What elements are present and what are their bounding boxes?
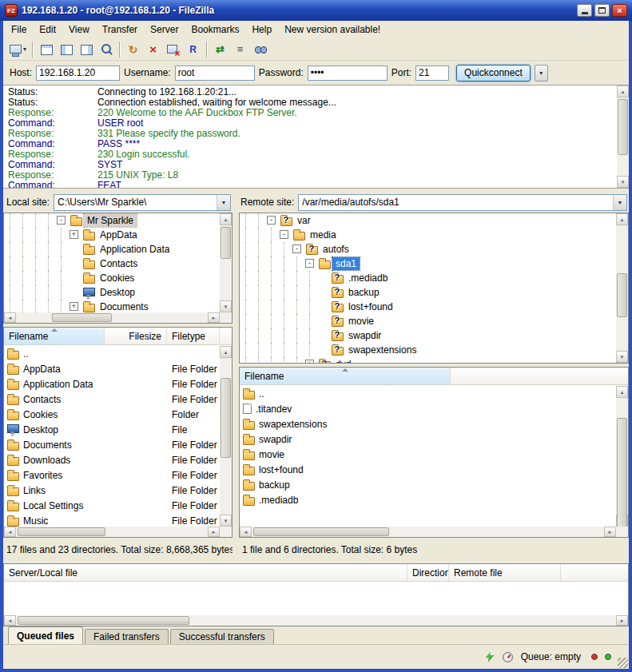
file-row[interactable]: .mediadb	[240, 492, 616, 507]
scroll-left-icon[interactable]: ◄	[4, 527, 16, 537]
toggle-remote-tree-button[interactable]	[77, 41, 95, 58]
column-header-filename[interactable]: Filename	[4, 328, 105, 344]
column-header-remote-file[interactable]: Remote file	[449, 564, 561, 581]
remote-tree-node[interactable]: movie	[240, 314, 616, 328]
file-row[interactable]: CookiesFolder	[4, 407, 220, 422]
title-bar[interactable]: FZ 192.168.1.20 - root@192.168.1.20 - Fi…	[0, 0, 632, 21]
file-row[interactable]: ContactsFile Folder	[4, 392, 220, 407]
local-pane-splitter[interactable]	[3, 324, 233, 327]
scrollbar-thumb[interactable]	[617, 273, 627, 317]
horizontal-scrollbar[interactable]: ◄►	[4, 312, 220, 323]
remote-tree-node[interactable]: backup	[240, 285, 616, 300]
quickconnect-dropdown-button[interactable]: ▼	[535, 65, 548, 82]
horizontal-scrollbar[interactable]: ◄►	[4, 615, 628, 626]
activity-gauge-icon[interactable]	[503, 652, 513, 662]
vertical-scrollbar[interactable]: ▲▼	[616, 213, 628, 363]
local-tree-node[interactable]: Application Data	[4, 242, 220, 256]
resize-grip[interactable]	[618, 658, 628, 668]
disconnect-button[interactable]	[164, 41, 182, 58]
file-row[interactable]: FavoritesFile Folder	[4, 467, 220, 483]
local-tree-node[interactable]: -Mr Sparkle	[4, 213, 220, 228]
scroll-up-icon[interactable]: ▲	[617, 85, 629, 97]
scroll-left-icon[interactable]: ◄	[4, 312, 16, 323]
chevron-down-icon[interactable]: ▼	[217, 195, 230, 210]
file-row[interactable]: swapdir	[240, 431, 616, 447]
vertical-scrollbar[interactable]: ▲▼	[617, 85, 629, 188]
file-row[interactable]: ..	[240, 386, 616, 401]
scroll-down-icon[interactable]: ▼	[220, 515, 232, 527]
expand-icon[interactable]: +	[70, 230, 78, 239]
local-tree-node[interactable]: +Documents	[4, 300, 220, 312]
scroll-up-icon[interactable]: ▲	[616, 213, 628, 225]
menu-item-new-version-available[interactable]: New version available!	[278, 22, 387, 38]
remote-tree-node[interactable]: swapdir	[240, 328, 616, 343]
file-row[interactable]: swapextensions	[240, 416, 616, 431]
scroll-left-icon[interactable]: ◄	[4, 615, 16, 626]
file-row[interactable]: Application DataFile Folder	[4, 376, 220, 392]
tab-failed-transfers[interactable]: Failed transfers	[85, 629, 169, 644]
local-tree-node[interactable]: Cookies	[4, 271, 220, 285]
expand-icon[interactable]: +	[70, 302, 78, 311]
local-tree-node[interactable]: Contacts	[4, 256, 220, 271]
maximize-button[interactable]	[594, 4, 610, 17]
remote-tree-node[interactable]: -var	[240, 213, 616, 228]
scrollbar-thumb[interactable]	[221, 378, 231, 458]
queue-splitter[interactable]	[3, 561, 629, 563]
file-row[interactable]: DocumentsFile Folder	[4, 437, 220, 452]
collapse-icon[interactable]: -	[292, 245, 301, 253]
speed-limit-icon[interactable]	[486, 652, 495, 662]
log-splitter[interactable]	[3, 189, 629, 192]
column-header-filetype[interactable]: Filetype	[167, 328, 220, 344]
file-row[interactable]: Local SettingsFile Folder	[4, 498, 220, 513]
toggle-local-tree-button[interactable]	[57, 41, 75, 58]
file-row[interactable]: backup	[240, 477, 616, 492]
file-row[interactable]: lost+found	[240, 462, 616, 477]
close-button[interactable]: ×	[612, 4, 627, 17]
horizontal-scrollbar[interactable]: ◄►	[240, 527, 616, 537]
scroll-left-icon[interactable]: ◄	[240, 527, 252, 537]
chevron-down-icon[interactable]: ▼	[613, 195, 626, 210]
tab-queued-files[interactable]: Queued files	[8, 626, 83, 644]
remote-tree-node[interactable]: lost+found	[240, 300, 616, 314]
reconnect-button[interactable]: R	[184, 41, 202, 58]
tab-successful-transfers[interactable]: Successful transfers	[170, 629, 274, 644]
remote-tree-node[interactable]: -sda1	[240, 256, 616, 271]
host-input[interactable]	[36, 66, 120, 81]
site-manager-button[interactable]: ▾	[7, 41, 28, 58]
scroll-up-icon[interactable]: ▲	[616, 386, 628, 398]
expand-icon[interactable]: +	[305, 360, 314, 363]
scrollbar-thumb[interactable]	[618, 99, 628, 155]
file-row[interactable]: MusicFile Folder	[4, 513, 220, 527]
scroll-right-icon[interactable]: ►	[616, 615, 628, 626]
remote-tree-node[interactable]: +dvd	[240, 357, 616, 363]
scrollbar-thumb[interactable]	[617, 418, 627, 538]
collapse-icon[interactable]: -	[280, 230, 288, 239]
file-row[interactable]: ..	[4, 346, 220, 361]
remote-site-combobox[interactable]: /var/media/autofs/sda1 ▼	[298, 194, 627, 211]
scroll-right-icon[interactable]: ►	[208, 527, 220, 537]
scroll-down-icon[interactable]: ▼	[220, 300, 232, 312]
column-header-server-local-file[interactable]: Server/Local file	[4, 564, 407, 581]
menu-item-edit[interactable]: Edit	[33, 22, 62, 38]
scrollbar-thumb[interactable]	[52, 313, 112, 322]
transfer-queue-body[interactable]	[4, 582, 628, 615]
menu-item-server[interactable]: Server	[144, 22, 185, 38]
toggle-queue-button[interactable]	[97, 41, 115, 58]
column-header-filename[interactable]: Filename	[240, 368, 451, 384]
local-tree-node[interactable]: +AppData	[4, 228, 220, 242]
menu-item-bookmarks[interactable]: Bookmarks	[185, 22, 245, 38]
collapse-icon[interactable]: -	[267, 216, 276, 225]
vertical-scrollbar[interactable]: ▲▼	[220, 213, 232, 312]
remote-tree-node[interactable]: swapextensions	[240, 343, 616, 357]
file-row[interactable]: movie	[240, 447, 616, 462]
minimize-button[interactable]	[577, 4, 592, 17]
menu-item-view[interactable]: View	[62, 22, 96, 38]
collapse-icon[interactable]: -	[57, 216, 66, 225]
toggle-message-log-button[interactable]	[37, 41, 55, 58]
menu-item-file[interactable]: File	[5, 22, 33, 38]
username-input[interactable]	[175, 66, 255, 81]
file-row[interactable]: DesktopFile	[4, 422, 220, 437]
scrollbar-thumb[interactable]	[18, 527, 105, 536]
scroll-right-icon[interactable]: ►	[604, 527, 616, 537]
file-row[interactable]: .titandev	[240, 401, 616, 416]
